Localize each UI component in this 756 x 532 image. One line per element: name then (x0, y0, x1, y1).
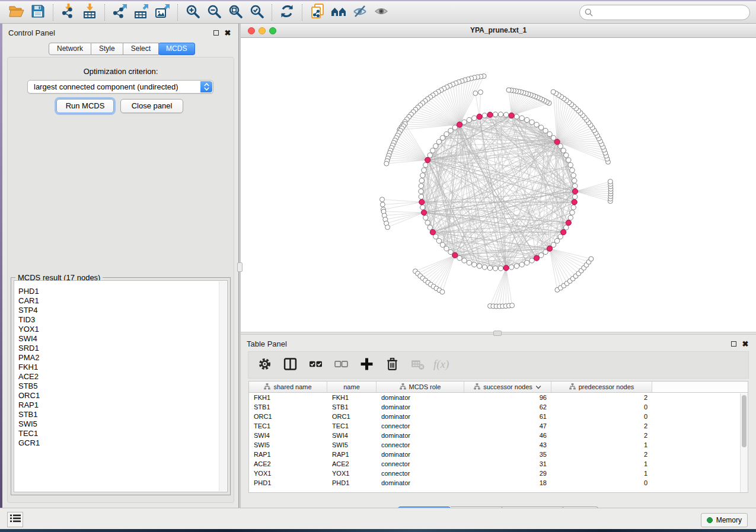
table-cell[interactable]: RAP1 (327, 450, 377, 459)
network-hub-node[interactable] (503, 265, 509, 271)
network-node[interactable] (566, 158, 571, 162)
network-node[interactable] (509, 265, 513, 270)
network-node[interactable] (519, 262, 524, 267)
table-cell[interactable]: dominator (377, 478, 464, 488)
network-node[interactable] (467, 117, 471, 122)
network-node[interactable] (529, 258, 534, 263)
column-header-name[interactable]: name (327, 382, 377, 392)
clear-checkboxes-button[interactable] (334, 358, 348, 372)
network-node[interactable] (425, 220, 430, 225)
network-node[interactable] (573, 184, 578, 188)
search-input[interactable] (579, 5, 750, 20)
table-cell[interactable]: PHD1 (327, 478, 377, 488)
table-cell[interactable]: 1 (551, 440, 652, 450)
network-node[interactable] (430, 148, 435, 153)
network-node[interactable] (570, 210, 575, 215)
tab-network[interactable]: Network (49, 43, 91, 55)
export-table-button[interactable] (130, 3, 152, 22)
network-node[interactable] (422, 168, 426, 172)
network-node[interactable] (547, 132, 552, 136)
control-panel-close-button[interactable]: ✖ (224, 28, 232, 37)
network-node[interactable] (551, 89, 556, 94)
list-item[interactable]: PMA2 (18, 353, 227, 363)
table-cell[interactable]: 2 (551, 393, 652, 402)
list-item[interactable]: STB5 (18, 382, 227, 391)
network-node[interactable] (568, 162, 573, 167)
network-node[interactable] (525, 117, 529, 122)
table-cell[interactable]: 2 (551, 421, 652, 431)
column-header-shared-name[interactable]: shared name (249, 382, 327, 392)
network-node[interactable] (384, 161, 389, 166)
network-node[interactable] (514, 114, 519, 119)
network-node[interactable] (482, 265, 487, 270)
network-graph[interactable] (241, 38, 756, 332)
network-node[interactable] (571, 173, 576, 178)
network-node[interactable] (419, 178, 424, 183)
network-node[interactable] (571, 205, 576, 210)
column-header-successor-nodes[interactable]: successor nodes (464, 382, 551, 392)
table-cell[interactable]: TEC1 (249, 421, 327, 431)
first-neighbors-button[interactable] (328, 3, 349, 22)
network-node[interactable] (419, 194, 423, 199)
network-hub-node[interactable] (425, 158, 430, 163)
list-item[interactable]: SWI5 (18, 419, 227, 429)
table-row[interactable]: SWI4SWI4dominator462 (249, 431, 748, 440)
network-hub-node[interactable] (572, 200, 577, 205)
network-node[interactable] (554, 238, 559, 243)
export-image-button[interactable] (152, 3, 173, 22)
zoom-out-button[interactable] (203, 3, 225, 22)
node-table-scrollbar[interactable] (740, 393, 748, 492)
table-cell[interactable]: FKH1 (249, 393, 327, 402)
table-cell[interactable]: 1 (551, 469, 652, 478)
hide-selected-button[interactable] (349, 3, 371, 22)
window-close-traffic-light[interactable] (248, 27, 255, 34)
list-item[interactable]: SRD1 (18, 344, 227, 353)
zoom-selected-button[interactable] (246, 3, 267, 22)
network-hub-node[interactable] (572, 188, 578, 194)
network-node[interactable] (498, 112, 503, 117)
table-row[interactable]: SWI5SWI5connector431 (249, 440, 748, 450)
network-node[interactable] (498, 266, 503, 271)
network-node[interactable] (534, 122, 539, 127)
delete-button[interactable] (385, 358, 399, 372)
import-table-button[interactable] (79, 3, 100, 22)
select-all-checkboxes-button[interactable] (308, 358, 323, 372)
table-cell[interactable]: ACE2 (249, 459, 327, 469)
zoom-in-button[interactable] (182, 3, 203, 22)
optimization-select[interactable]: largest connected component (undirected) (27, 80, 213, 94)
table-cell[interactable]: 31 (464, 459, 551, 469)
task-history-button[interactable] (7, 512, 23, 527)
network-hub-node[interactable] (477, 114, 482, 119)
network-hub-node[interactable] (566, 220, 571, 225)
table-cell[interactable]: YOX1 (327, 469, 377, 478)
import-network-button[interactable] (58, 3, 79, 22)
network-node[interactable] (506, 88, 511, 92)
table-cell[interactable]: ORC1 (327, 412, 377, 421)
table-cell[interactable]: 0 (551, 402, 652, 412)
network-node[interactable] (568, 215, 573, 220)
table-cell[interactable]: SWI4 (327, 431, 377, 440)
table-cell[interactable]: 2 (551, 450, 652, 459)
run-mcds-button[interactable]: Run MCDS (56, 99, 114, 113)
network-node[interactable] (419, 189, 423, 194)
tab-style[interactable]: Style (91, 43, 123, 55)
list-item[interactable]: STB1 (18, 410, 227, 419)
network-node[interactable] (487, 265, 492, 270)
network-hub-node[interactable] (561, 229, 566, 235)
table-cell[interactable]: dominator (377, 450, 464, 459)
table-cell[interactable]: 2 (551, 431, 652, 440)
network-node[interactable] (428, 225, 432, 230)
table-row[interactable]: PHD1PHD1dominator180 (249, 478, 748, 488)
network-node[interactable] (440, 290, 445, 294)
table-cell[interactable]: dominator (377, 412, 464, 421)
network-node[interactable] (539, 253, 544, 258)
table-cell[interactable]: 47 (464, 421, 551, 431)
table-cell[interactable]: ACE2 (327, 459, 377, 469)
network-node[interactable] (503, 113, 508, 117)
list-item[interactable]: YOX1 (18, 325, 227, 334)
list-item[interactable]: STP4 (18, 306, 227, 315)
network-node[interactable] (493, 112, 497, 117)
network-hub-node[interactable] (554, 139, 560, 145)
network-node[interactable] (493, 266, 497, 271)
apply-layout-button[interactable] (276, 3, 298, 22)
